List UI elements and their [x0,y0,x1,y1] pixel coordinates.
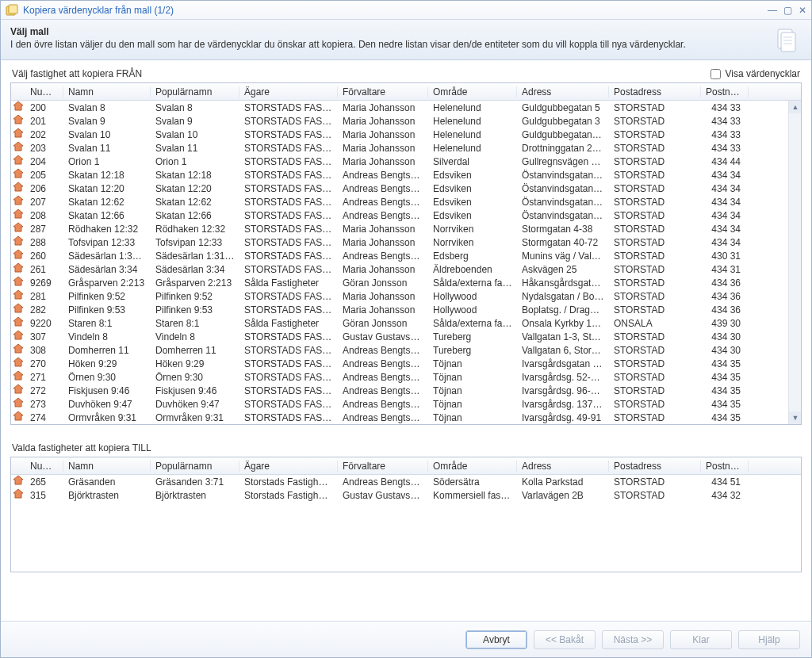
svg-marker-15 [13,209,23,218]
col-forvaltare[interactable]: Förvaltare [338,461,428,472]
property-icon [13,101,24,114]
table-row[interactable]: 273Duvhöken 9:47Duvhöken 9:47STORSTADS F… [11,397,801,411]
col-namn[interactable]: Namn [63,86,151,98]
table-row[interactable]: 206Skatan 12:20Skatan 12:20STORSTADS FAS… [11,182,801,195]
col-adress[interactable]: Adress [517,461,609,472]
property-icon [13,316,24,330]
table-row[interactable]: 201Svalan 9Svalan 9STORSTADS FASTIG...Ma… [11,114,801,128]
done-button[interactable]: Klar [670,630,732,649]
svg-marker-22 [13,304,23,312]
property-icon [13,343,24,357]
col-popular[interactable]: Populärnamn [151,461,239,472]
col-nummer[interactable]: Nummer [25,86,63,98]
col-nummer[interactable]: Nummer [25,461,63,472]
svg-marker-30 [13,411,23,420]
property-icon [13,195,24,208]
table-row[interactable]: 308Domherren 11Domherren 11STORSTADS FAS… [11,343,801,357]
window-title: Kopiera värdenycklar från mall (1/2) [23,5,768,16]
table-row[interactable]: 288Tofsvipan 12:33Tofsvipan 12:33STORSTA… [11,235,801,249]
table-row[interactable]: 9220Staren 8:1Staren 8:1Sålda Fastighete… [11,316,801,330]
svg-marker-24 [13,331,23,339]
to-grid[interactable]: Nummer Namn Populärnamn Ägare Förvaltare… [10,457,802,572]
window-buttons: — ▢ ✕ [768,6,806,15]
maximize-button[interactable]: ▢ [783,6,792,15]
show-keys-input[interactable] [710,69,721,79]
show-keys-checkbox[interactable]: Visa värdenycklar [710,68,801,79]
table-row[interactable]: 281Pilfinken 9:52Pilfinken 9:52STORSTADS… [11,289,801,303]
property-icon [13,411,24,424]
svg-marker-18 [13,250,23,258]
svg-marker-10 [13,142,23,151]
table-row[interactable]: 265GräsandenGräsanden 3:71Storstads Fast… [11,475,801,488]
property-icon [13,303,24,316]
property-icon [13,249,24,262]
table-row[interactable]: 282Pilfinken 9:53Pilfinken 9:53STORSTADS… [11,303,801,316]
col-postnum[interactable]: Postnum... [701,86,749,98]
col-namn[interactable]: Namn [63,461,151,472]
to-grid-body[interactable]: 265GräsandenGräsanden 3:71Storstads Fast… [11,475,801,572]
svg-marker-12 [13,169,23,178]
table-row[interactable]: 315BjörktrastenBjörktrastenStorstads Fas… [11,488,801,502]
table-row[interactable]: 208Skatan 12:66Skatan 12:66STORSTADS FAS… [11,208,801,222]
table-row[interactable]: 204Orion 1Orion 1STORSTADS FASTIG...Mari… [11,155,801,168]
col-omrade[interactable]: Område [428,461,517,472]
table-row[interactable]: 260Sädesärlan 1:31, 1:33Sädesärlan 1:31,… [11,249,801,262]
svg-marker-17 [13,236,23,245]
col-postadress[interactable]: Postadress [609,461,701,472]
col-postnum[interactable]: Postnum... [701,461,749,472]
close-button[interactable]: ✕ [799,6,806,15]
property-icon [13,262,24,276]
from-grid-header: Nummer Namn Populärnamn Ägare Förvaltare… [11,83,801,101]
table-row[interactable]: 287Rödhaken 12:32Rödhaken 12:32STORSTADS… [11,222,801,235]
back-button[interactable]: << Bakåt [534,630,596,649]
property-icon [13,168,24,182]
documents-icon [773,26,800,55]
svg-marker-27 [13,371,23,380]
from-scrollbar[interactable]: ▲ ▼ [788,101,801,424]
col-agare[interactable]: Ägare [239,86,338,98]
col-adress[interactable]: Adress [517,86,609,98]
svg-marker-34 [13,489,23,498]
table-row[interactable]: 203Svalan 11Svalan 11STORSTADS FASTIG...… [11,141,801,155]
from-section-header: Välj fastighet att kopiera FRÅN Visa vär… [1,60,811,82]
titlebar: Kopiera värdenycklar från mall (1/2) — ▢… [1,1,811,20]
table-row[interactable]: 202Svalan 10Svalan 10STORSTADS FASTIG...… [11,128,801,141]
property-icon [13,141,24,155]
table-row[interactable]: 307Vindeln 8Vindeln 8STORSTADS FASTIG...… [11,330,801,343]
table-row[interactable]: 200Svalan 8Svalan 8STORSTADS FASTIG...Ma… [11,101,801,114]
table-row[interactable]: 274Ormvråken 9:31Ormvråken 9:31STORSTADS… [11,411,801,424]
svg-marker-29 [13,398,23,407]
col-omrade[interactable]: Område [428,86,517,98]
table-row[interactable]: 271Örnen 9:30Örnen 9:30STORSTADS FASTIG.… [11,370,801,384]
scroll-up-icon[interactable]: ▲ [789,101,801,113]
table-row[interactable]: 9269Gråsparven 2:213Gråsparven 2:213Såld… [11,276,801,289]
svg-marker-21 [13,290,23,299]
minimize-button[interactable]: — [768,6,777,15]
next-button[interactable]: Nästa >> [602,630,664,649]
col-agare[interactable]: Ägare [239,461,338,472]
col-forvaltare[interactable]: Förvaltare [338,86,428,98]
help-button[interactable]: Hjälp [738,630,800,649]
scroll-down-icon[interactable]: ▼ [789,411,801,424]
table-row[interactable]: 272Fiskjusen 9:46Fiskjusen 9:46STORSTADS… [11,384,801,397]
property-icon [13,384,24,397]
col-popular[interactable]: Populärnamn [151,86,239,98]
from-grid[interactable]: Nummer Namn Populärnamn Ägare Förvaltare… [10,82,802,425]
svg-marker-25 [13,344,23,353]
col-postadress[interactable]: Postadress [609,86,701,98]
property-icon [13,222,24,235]
banner-body: I den övre listan väljer du den mall som… [10,39,802,50]
table-row[interactable]: 207Skatan 12:62Skatan 12:62STORSTADS FAS… [11,195,801,208]
svg-rect-3 [781,33,795,52]
from-grid-body[interactable]: ▲ ▼ 200Svalan 8Svalan 8STORSTADS FASTIG.… [11,101,801,424]
table-row[interactable]: 205Skatan 12:18Skatan 12:18STORSTADS FAS… [11,168,801,182]
property-icon [13,235,24,249]
property-icon [13,276,24,289]
svg-rect-1 [9,5,17,13]
from-label: Välj fastighet att kopiera FRÅN [12,68,142,79]
table-row[interactable]: 270Höken 9:29Höken 9:29STORSTADS FASTIG.… [11,357,801,370]
svg-marker-28 [13,384,23,393]
wizard-window: Kopiera värdenycklar från mall (1/2) — ▢… [0,0,812,658]
cancel-button[interactable]: Avbryt [465,630,527,649]
table-row[interactable]: 261Sädesärlan 3:34Sädesärlan 3:34STORSTA… [11,262,801,276]
